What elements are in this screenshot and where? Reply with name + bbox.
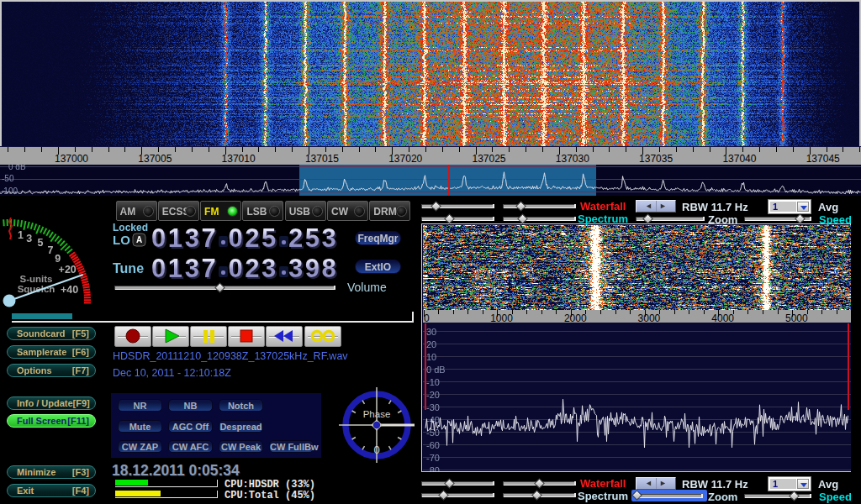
- svg-text:S-units: S-units: [20, 274, 53, 284]
- svg-text:+40: +40: [61, 284, 78, 296]
- svg-text:1: 1: [18, 229, 24, 241]
- svg-text:3: 3: [26, 233, 32, 244]
- svg-text:Squelch: Squelch: [18, 284, 55, 294]
- svg-text:0: 0: [373, 444, 379, 456]
- svg-text:Phase: Phase: [363, 409, 391, 419]
- svg-text:A: A: [136, 235, 142, 244]
- svg-text:+20: +20: [59, 264, 77, 276]
- svg-text:7: 7: [47, 244, 53, 256]
- svg-text:5: 5: [37, 237, 43, 249]
